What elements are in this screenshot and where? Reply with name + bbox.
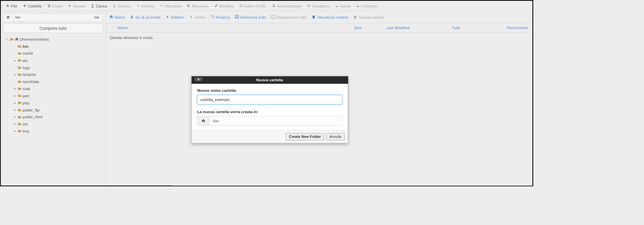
toolbar-label: Carica: [96, 3, 107, 8]
close-icon[interactable]: ✕: [194, 77, 203, 82]
expand-icon[interactable]: +: [13, 71, 17, 78]
tree-item-public_html[interactable]: +public_html: [13, 114, 103, 121]
subnav-label: Seleziona tutto: [240, 15, 266, 19]
expand-icon[interactable]: +: [13, 128, 17, 135]
tree-item-label: php: [23, 100, 29, 107]
expand-icon[interactable]: +: [13, 114, 17, 121]
toolbar-label: Modifica: [219, 3, 234, 8]
delete-icon: [136, 4, 140, 8]
folder-name-input[interactable]: [197, 95, 342, 104]
subnav-inoltra: Inoltra: [189, 15, 205, 19]
col-modified[interactable]: Last Modified: [386, 25, 452, 30]
tree-item-ssl[interactable]: +ssl: [13, 121, 103, 128]
subnav-label: Inoltra: [194, 15, 205, 19]
toolbar-cartella[interactable]: Cartella: [20, 2, 44, 9]
tree-item-label: logs: [23, 64, 30, 71]
expand-icon[interactable]: +: [13, 93, 17, 100]
toolbar-label: File: [11, 3, 17, 8]
folder-icon: [18, 64, 22, 71]
col-permissions[interactable]: Permissions: [507, 25, 528, 30]
folder-icon: [18, 78, 22, 85]
rename-icon: [187, 4, 191, 8]
tree-item-lscache[interactable]: +lscache: [13, 71, 103, 78]
toolbar-file[interactable]: File: [3, 2, 20, 9]
tree-root[interactable]: − (/home/miositoe): [5, 36, 104, 43]
subnav-indietro[interactable]: Indietro: [166, 15, 184, 19]
subnav-ricarica[interactable]: Ricarica: [210, 15, 230, 19]
cancel-button[interactable]: Annulla: [326, 133, 344, 140]
tree-item-php[interactable]: +php: [13, 100, 103, 107]
expand-icon[interactable]: +: [13, 100, 17, 107]
expand-icon[interactable]: +: [13, 107, 17, 114]
tree-item-label: cache: [23, 50, 33, 57]
toolbar-label: Copia: [52, 3, 62, 8]
tree-item-bin[interactable]: bin: [13, 43, 103, 50]
folder-tree: − (/home/miositoe) bincache+etclogs+lsca…: [3, 36, 103, 135]
expand-icon[interactable]: +: [13, 85, 17, 93]
collapse-icon[interactable]: −: [5, 36, 9, 43]
create-folder-button[interactable]: Create New Folder: [286, 133, 324, 140]
tree-item-tmp[interactable]: +tmp: [13, 128, 103, 135]
download-icon: [113, 4, 116, 8]
tree-item-label: public_ftp: [23, 107, 40, 114]
html-icon: [239, 4, 243, 8]
toolbar-visualizza: Visualizza: [304, 2, 332, 9]
dialog-body: Nuovo nome cartella: La nuova cartella v…: [191, 84, 348, 130]
subnav-label: Su di un livello: [135, 15, 161, 19]
subnav-home[interactable]: Home: [109, 15, 125, 19]
folder-path-label: La nuova cartella verrà creata in:: [197, 109, 342, 114]
col-name[interactable]: Name: [110, 25, 354, 30]
folder-icon: [18, 71, 22, 78]
tree-item-label: tmp: [23, 128, 29, 135]
folder-name-label: Nuovo nome cartella:: [197, 88, 342, 93]
tree-item-mail[interactable]: +mail: [13, 85, 103, 93]
dialog-footer: Create New Folder Annulla: [191, 130, 348, 143]
subnav-su-di-un-livello[interactable]: Su di un livello: [130, 15, 160, 19]
expand-icon[interactable]: +: [13, 121, 17, 128]
subnav-label: Svuota cestino: [359, 15, 384, 19]
subnav-label: Home: [114, 15, 125, 19]
tree-item-label: mail: [23, 85, 30, 93]
subnav-seleziona-tutto[interactable]: Seleziona tutto: [235, 15, 266, 19]
home-icon: [109, 15, 113, 19]
compress-all-button[interactable]: Comprimi tutto: [3, 23, 103, 33]
home-icon[interactable]: [198, 117, 210, 125]
tree-item-perl[interactable]: +perl: [13, 93, 103, 100]
toolbar-carica[interactable]: Carica: [88, 2, 110, 9]
table-header: Name Size Last Modified Type Permissions: [106, 23, 532, 33]
tree-item-cache[interactable]: cache: [13, 50, 103, 57]
fwd-icon: [189, 15, 193, 19]
tree-item-etc[interactable]: +etc: [13, 57, 103, 64]
expand-icon[interactable]: +: [13, 57, 17, 64]
home-icon: [15, 36, 19, 43]
plus-icon: [6, 4, 9, 8]
toolbar-label: Estrai: [340, 3, 350, 8]
tree-item-public_ftp[interactable]: +public_ftp: [13, 107, 103, 114]
toolbar-label: Rinomina: [192, 3, 209, 8]
toolbar-estrai: Estrai: [332, 2, 353, 9]
tree-item-label: bin: [23, 43, 28, 50]
folder-icon: [18, 114, 22, 121]
tree-item-label: public_html: [23, 114, 43, 121]
path-input[interactable]: [13, 13, 90, 22]
col-type[interactable]: Type: [452, 25, 506, 30]
toolbar-rinomina: Rinomina: [184, 2, 211, 9]
folder-icon: [18, 121, 22, 128]
tree-item-logs[interactable]: logs: [13, 64, 103, 71]
extract-icon: [335, 4, 339, 8]
go-button[interactable]: Vai: [90, 13, 103, 22]
home-icon[interactable]: [3, 13, 13, 22]
tree-item-lscmData[interactable]: lscmData: [13, 78, 103, 85]
folder-icon: [18, 50, 22, 57]
col-size[interactable]: Size: [354, 25, 386, 30]
folder-path-row: /bin: [197, 116, 342, 126]
subnav-visualizza-cestino[interactable]: Visualizza cestino: [312, 15, 348, 19]
undo-icon: [160, 4, 164, 8]
toolbar-modifica: Modifica: [211, 2, 237, 9]
sub-nav: HomeSu di un livelloIndietroInoltraRicar…: [106, 11, 532, 23]
toolbar-elimina: Elimina: [134, 2, 157, 9]
toolbar-comprimi: Comprimi: [353, 2, 381, 9]
copy-icon: [47, 4, 51, 8]
toolbar-label: Comprimi: [361, 3, 378, 8]
toolbar-autorizzazioni: Autorizzazioni: [269, 2, 304, 9]
